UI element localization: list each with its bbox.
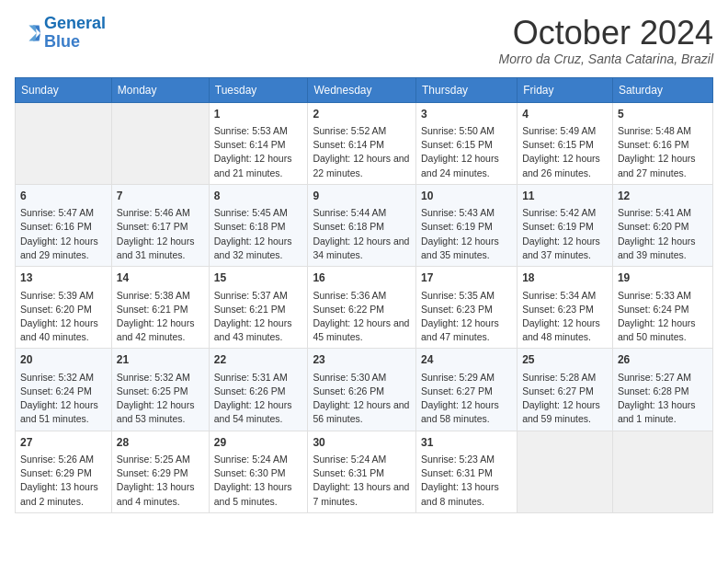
calendar-week-row: 27Sunrise: 5:26 AMSunset: 6:29 PMDayligh… (16, 431, 713, 512)
day-number: 27 (20, 435, 107, 451)
daylight-text: Daylight: 12 hours and 47 minutes. (421, 317, 499, 342)
sunset-text: Sunset: 6:20 PM (618, 221, 689, 232)
column-header-thursday: Thursday (416, 77, 518, 102)
sunrise-text: Sunrise: 5:39 AM (20, 290, 94, 301)
daylight-text: Daylight: 12 hours and 40 minutes. (20, 317, 98, 342)
day-number: 5 (618, 107, 708, 122)
logo-icon (15, 20, 40, 46)
sunset-text: Sunset: 6:30 PM (214, 467, 286, 478)
day-number: 7 (117, 189, 204, 204)
day-number: 30 (313, 435, 411, 451)
sunset-text: Sunset: 6:16 PM (618, 139, 689, 150)
calendar-cell: 14Sunrise: 5:38 AMSunset: 6:21 PMDayligh… (111, 267, 209, 349)
daylight-text: Daylight: 12 hours and 32 minutes. (214, 236, 292, 260)
calendar-cell: 18Sunrise: 5:34 AMSunset: 6:23 PMDayligh… (518, 267, 613, 349)
sunset-text: Sunset: 6:26 PM (214, 385, 286, 396)
calendar-cell: 25Sunrise: 5:28 AMSunset: 6:27 PMDayligh… (518, 349, 613, 431)
day-number: 9 (313, 189, 411, 204)
daylight-text: Daylight: 12 hours and 24 minutes. (421, 153, 499, 178)
calendar-cell: 13Sunrise: 5:39 AMSunset: 6:20 PMDayligh… (16, 267, 112, 349)
day-number: 16 (313, 270, 411, 286)
calendar-cell: 17Sunrise: 5:35 AMSunset: 6:23 PMDayligh… (416, 267, 518, 349)
sunset-text: Sunset: 6:29 PM (117, 467, 188, 478)
calendar-cell: 10Sunrise: 5:43 AMSunset: 6:19 PMDayligh… (416, 184, 518, 266)
daylight-text: Daylight: 12 hours and 56 minutes. (313, 399, 409, 424)
sunrise-text: Sunrise: 5:30 AM (313, 372, 386, 383)
day-number: 26 (618, 352, 708, 368)
calendar-cell: 5Sunrise: 5:48 AMSunset: 6:16 PMDaylight… (612, 102, 712, 184)
daylight-text: Daylight: 12 hours and 48 minutes. (522, 317, 600, 342)
daylight-text: Daylight: 13 hours and 5 minutes. (214, 481, 292, 506)
sunrise-text: Sunrise: 5:42 AM (522, 207, 596, 218)
calendar-cell: 6Sunrise: 5:47 AMSunset: 6:16 PMDaylight… (16, 184, 112, 266)
calendar-cell (612, 431, 712, 512)
calendar-cell (518, 431, 613, 512)
sunrise-text: Sunrise: 5:48 AM (618, 125, 691, 136)
sunset-text: Sunset: 6:23 PM (522, 304, 594, 315)
day-number: 24 (421, 352, 512, 368)
calendar-week-row: 6Sunrise: 5:47 AMSunset: 6:16 PMDaylight… (16, 184, 713, 266)
sunset-text: Sunset: 6:22 PM (313, 304, 384, 315)
daylight-text: Daylight: 12 hours and 35 minutes. (421, 236, 499, 260)
day-number: 19 (618, 270, 708, 286)
sunrise-text: Sunrise: 5:32 AM (117, 372, 190, 383)
daylight-text: Daylight: 12 hours and 39 minutes. (618, 236, 696, 260)
calendar-cell: 4Sunrise: 5:49 AMSunset: 6:15 PMDaylight… (518, 102, 613, 184)
calendar-cell: 23Sunrise: 5:30 AMSunset: 6:26 PMDayligh… (308, 349, 416, 431)
calendar-cell (16, 102, 112, 184)
sunrise-text: Sunrise: 5:29 AM (421, 372, 495, 383)
day-number: 2 (313, 107, 411, 122)
sunrise-text: Sunrise: 5:53 AM (214, 125, 288, 136)
calendar-cell: 22Sunrise: 5:31 AMSunset: 6:26 PMDayligh… (209, 349, 308, 431)
calendar-cell: 8Sunrise: 5:45 AMSunset: 6:18 PMDaylight… (209, 184, 308, 266)
sunset-text: Sunset: 6:15 PM (421, 139, 493, 150)
daylight-text: Daylight: 12 hours and 37 minutes. (522, 236, 600, 260)
sunset-text: Sunset: 6:19 PM (421, 221, 493, 232)
daylight-text: Daylight: 12 hours and 50 minutes. (618, 317, 696, 342)
sunset-text: Sunset: 6:18 PM (313, 221, 384, 232)
sunrise-text: Sunrise: 5:34 AM (522, 290, 596, 301)
sunset-text: Sunset: 6:28 PM (618, 385, 689, 396)
sunset-text: Sunset: 6:23 PM (421, 304, 493, 315)
daylight-text: Daylight: 13 hours and 7 minutes. (313, 481, 409, 506)
calendar-cell: 24Sunrise: 5:29 AMSunset: 6:27 PMDayligh… (416, 349, 518, 431)
calendar-cell: 27Sunrise: 5:26 AMSunset: 6:29 PMDayligh… (16, 431, 112, 512)
day-number: 6 (20, 189, 107, 204)
calendar-cell: 29Sunrise: 5:24 AMSunset: 6:30 PMDayligh… (209, 431, 308, 512)
calendar-week-row: 20Sunrise: 5:32 AMSunset: 6:24 PMDayligh… (16, 349, 713, 431)
calendar-cell: 1Sunrise: 5:53 AMSunset: 6:14 PMDaylight… (209, 102, 308, 184)
daylight-text: Daylight: 12 hours and 26 minutes. (522, 153, 600, 178)
calendar-cell: 21Sunrise: 5:32 AMSunset: 6:25 PMDayligh… (111, 349, 209, 431)
day-number: 15 (214, 270, 303, 286)
column-header-wednesday: Wednesday (308, 77, 416, 102)
daylight-text: Daylight: 12 hours and 42 minutes. (117, 317, 195, 342)
daylight-text: Daylight: 12 hours and 29 minutes. (20, 236, 98, 260)
day-number: 22 (214, 352, 303, 368)
logo-line1: General (44, 14, 106, 32)
sunrise-text: Sunrise: 5:43 AM (421, 207, 495, 218)
daylight-text: Daylight: 13 hours and 2 minutes. (20, 481, 98, 506)
calendar-cell: 11Sunrise: 5:42 AMSunset: 6:19 PMDayligh… (518, 184, 613, 266)
location: Morro da Cruz, Santa Catarina, Brazil (499, 52, 713, 66)
sunrise-text: Sunrise: 5:31 AM (214, 372, 288, 383)
column-header-saturday: Saturday (612, 77, 712, 102)
calendar-cell: 31Sunrise: 5:23 AMSunset: 6:31 PMDayligh… (416, 431, 518, 512)
sunset-text: Sunset: 6:27 PM (421, 385, 493, 396)
sunset-text: Sunset: 6:31 PM (421, 467, 493, 478)
day-number: 11 (522, 189, 608, 204)
logo-text: General Blue (44, 15, 106, 52)
calendar-cell: 3Sunrise: 5:50 AMSunset: 6:15 PMDaylight… (416, 102, 518, 184)
daylight-text: Daylight: 12 hours and 58 minutes. (421, 399, 499, 424)
sunrise-text: Sunrise: 5:28 AM (522, 372, 596, 383)
calendar-cell: 19Sunrise: 5:33 AMSunset: 6:24 PMDayligh… (612, 267, 712, 349)
day-number: 20 (20, 352, 107, 368)
sunset-text: Sunset: 6:15 PM (522, 139, 594, 150)
sunrise-text: Sunrise: 5:52 AM (313, 125, 386, 136)
day-number: 14 (117, 270, 204, 286)
daylight-text: Daylight: 12 hours and 43 minutes. (214, 317, 292, 342)
calendar-cell: 20Sunrise: 5:32 AMSunset: 6:24 PMDayligh… (16, 349, 112, 431)
calendar-cell: 30Sunrise: 5:24 AMSunset: 6:31 PMDayligh… (308, 431, 416, 512)
day-number: 4 (522, 107, 608, 122)
sunrise-text: Sunrise: 5:36 AM (313, 290, 386, 301)
sunset-text: Sunset: 6:26 PM (313, 385, 384, 396)
